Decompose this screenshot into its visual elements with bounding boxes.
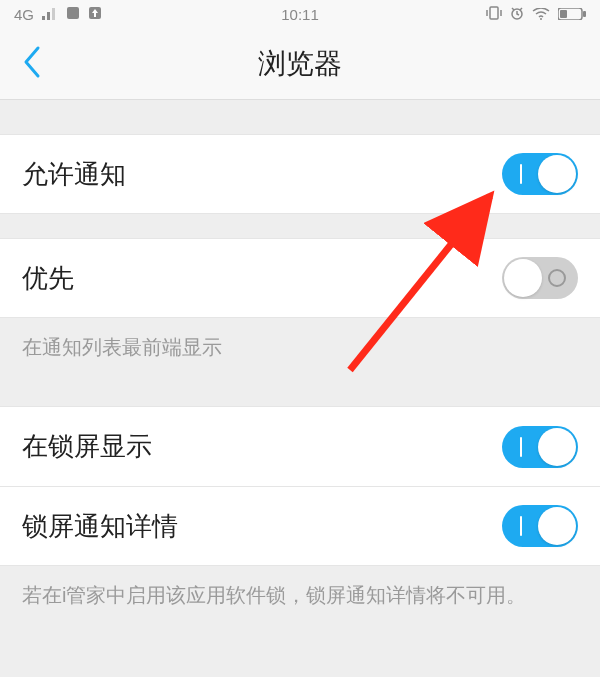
alarm-icon xyxy=(510,6,524,23)
toggle-lockscreen-detail[interactable] xyxy=(502,505,578,547)
page-title: 浏览器 xyxy=(0,45,600,83)
desc-lockscreen-detail: 若在i管家中启用该应用软件锁，锁屏通知详情将不可用。 xyxy=(0,566,600,630)
wifi-icon xyxy=(532,6,550,23)
toggle-priority[interactable] xyxy=(502,257,578,299)
svg-rect-0 xyxy=(42,16,45,20)
back-button[interactable] xyxy=(22,45,42,83)
row-priority: 优先 xyxy=(0,238,600,318)
nav-bar: 浏览器 xyxy=(0,28,600,100)
row-label: 锁屏通知详情 xyxy=(22,509,178,544)
status-time: 10:11 xyxy=(281,6,319,23)
status-bar: 4G 10:11 xyxy=(0,0,600,28)
desc-priority: 在通知列表最前端显示 xyxy=(0,318,600,382)
svg-rect-14 xyxy=(560,10,567,18)
row-label: 在锁屏显示 xyxy=(22,429,152,464)
svg-rect-5 xyxy=(490,7,498,19)
row-allow-notifications: 允许通知 xyxy=(0,134,600,214)
row-lockscreen-detail: 锁屏通知详情 xyxy=(0,486,600,566)
toggle-lockscreen-show[interactable] xyxy=(502,426,578,468)
network-label: 4G xyxy=(14,6,34,23)
card-icon xyxy=(66,6,80,23)
signal-icon xyxy=(42,6,58,23)
toggle-allow-notifications[interactable] xyxy=(502,153,578,195)
svg-line-10 xyxy=(520,8,522,10)
vibrate-icon xyxy=(486,6,502,23)
svg-rect-2 xyxy=(52,8,55,20)
battery-icon xyxy=(558,6,586,23)
svg-rect-1 xyxy=(47,12,50,20)
row-lockscreen-show: 在锁屏显示 xyxy=(0,406,600,486)
svg-rect-13 xyxy=(583,11,586,17)
svg-rect-3 xyxy=(67,7,79,19)
upload-icon xyxy=(88,6,102,23)
svg-point-11 xyxy=(540,18,542,20)
svg-line-9 xyxy=(512,8,514,10)
row-label: 优先 xyxy=(22,261,74,296)
row-label: 允许通知 xyxy=(22,157,126,192)
